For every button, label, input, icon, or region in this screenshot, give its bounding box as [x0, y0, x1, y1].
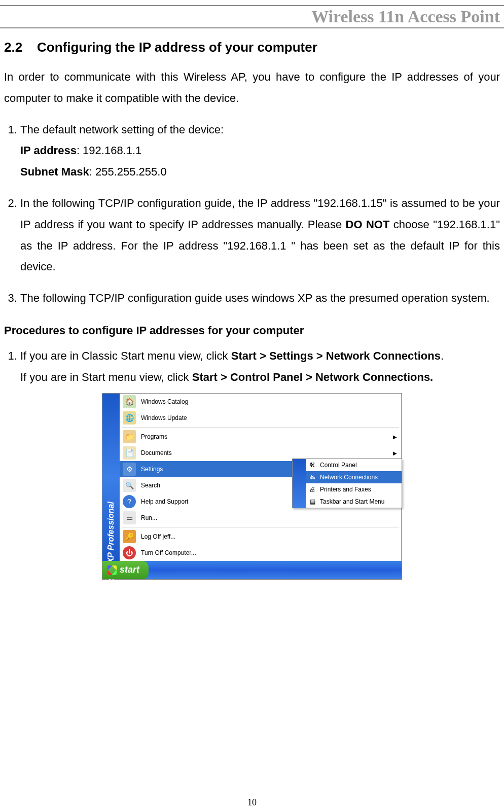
proc1a-bold: Start > Settings > Network Connections — [231, 349, 441, 362]
procedures-list: If you are in Classic Start menu view, c… — [4, 345, 500, 388]
windows-flag-icon — [107, 566, 117, 575]
proc1a-end: . — [441, 349, 444, 362]
settings-submenu: 🛠 Control Panel 🖧 Network Connections 🖨 … — [292, 458, 402, 508]
proc1b-text: If you are in Start menu view, click — [20, 371, 192, 383]
run-icon: ▭ — [123, 511, 136, 524]
section-title: Configuring the IP address of your compu… — [37, 40, 317, 55]
menu-label: Documents — [141, 449, 172, 456]
submenu-item-taskbar[interactable]: ▤ Taskbar and Start Menu — [306, 496, 402, 508]
ip-value: : 192.168.1.1 — [77, 144, 141, 157]
doc-title: Wireless 11n Access Point — [311, 7, 500, 26]
submenu-label: Network Connections — [320, 474, 378, 481]
submenu-left-bar — [293, 459, 306, 508]
xp-left-banner: Windows XP Professional — [102, 394, 120, 561]
proc1b-bold: Start > Control Panel > Network Connecti… — [192, 371, 434, 383]
menu-divider — [122, 527, 399, 527]
menu-item-windows-update[interactable]: 🌐 Windows Update — [120, 410, 401, 426]
list-item: In the following TCP/IP configuration gu… — [20, 193, 500, 277]
procedures-heading: Procedures to configure IP addresses for… — [4, 324, 500, 337]
menu-item-logoff[interactable]: 🔑 Log Off jeff... — [120, 528, 401, 545]
logoff-icon: 🔑 — [123, 530, 136, 543]
menu-item-turnoff[interactable]: ⏻ Turn Off Computer... — [120, 545, 401, 561]
page-number: 10 — [0, 797, 504, 808]
xp-taskbar: start — [102, 561, 402, 579]
menu-item-run[interactable]: ▭ Run... — [120, 510, 401, 526]
chevron-right-icon: ▶ — [393, 450, 397, 455]
proc1a-text: If you are in Classic Start menu view, c… — [20, 349, 231, 362]
doc-header: Wireless 11n Access Point — [0, 5, 504, 28]
mask-label: Subnet Mask — [20, 165, 89, 178]
intro-paragraph: In order to communicate with this Wirele… — [4, 66, 500, 109]
list-item: The following TCP/IP configuration guide… — [20, 288, 500, 309]
taskbar-icon: ▤ — [308, 497, 317, 506]
submenu-label: Taskbar and Start Menu — [320, 498, 384, 505]
menu-label: Log Off jeff... — [141, 533, 175, 540]
help-icon: ? — [123, 495, 136, 508]
list-item: The default network setting of the devic… — [20, 119, 500, 183]
programs-icon: 📁 — [123, 430, 136, 443]
printer-icon: 🖨 — [308, 485, 317, 494]
submenu-label: Printers and Faxes — [320, 486, 371, 493]
start-button[interactable]: start — [102, 561, 149, 579]
menu-label: Settings — [141, 466, 163, 473]
section-number: 2.2 — [4, 40, 22, 55]
submenu-item-printers[interactable]: 🖨 Printers and Faxes — [306, 483, 402, 496]
documents-icon: 📄 — [123, 446, 136, 460]
menu-label: Windows Update — [141, 414, 187, 421]
numbered-list-1: The default network setting of the devic… — [4, 119, 500, 309]
search-icon: 🔍 — [123, 479, 136, 492]
update-icon: 🌐 — [123, 411, 136, 425]
shutdown-icon: ⏻ — [123, 546, 136, 559]
menu-label: Help and Support — [141, 498, 188, 505]
control-panel-icon: 🛠 — [308, 461, 317, 470]
submenu-label: Control Panel — [320, 462, 357, 469]
xp-banner-text: Windows XP Professional — [106, 502, 116, 601]
menu-label: Search — [141, 482, 160, 489]
catalog-icon: 🏠 — [123, 395, 136, 408]
menu-label: Windows Catalog — [141, 398, 188, 405]
menu-label: Run... — [141, 514, 157, 521]
mask-value: : 255.255.255.0 — [89, 165, 167, 178]
menu-item-windows-catalog[interactable]: 🏠 Windows Catalog — [120, 394, 401, 410]
chevron-right-icon: ▶ — [393, 434, 397, 439]
menu-label: Turn Off Computer... — [141, 549, 196, 556]
start-label: start — [120, 564, 139, 575]
xp-start-menu-screenshot: Windows XP Professional 🏠 Windows Catalo… — [102, 393, 402, 580]
submenu-item-control-panel[interactable]: 🛠 Control Panel — [306, 459, 402, 471]
item1-lead: The default network setting of the devic… — [20, 123, 224, 136]
list-item: If you are in Classic Start menu view, c… — [20, 345, 500, 388]
settings-icon: ⚙ — [123, 463, 136, 476]
network-icon: 🖧 — [308, 473, 317, 482]
item2-part-b: DO NOT — [346, 218, 390, 231]
menu-label: Programs — [141, 433, 167, 440]
section-heading: 2.2 Configuring the IP address of your c… — [4, 40, 500, 55]
menu-item-programs[interactable]: 📁 Programs ▶ — [120, 429, 401, 445]
ip-label: IP address — [20, 144, 77, 157]
item3-text: The following TCP/IP configuration guide… — [20, 292, 490, 304]
menu-divider — [122, 427, 399, 428]
submenu-item-network-connections[interactable]: 🖧 Network Connections — [306, 471, 402, 483]
